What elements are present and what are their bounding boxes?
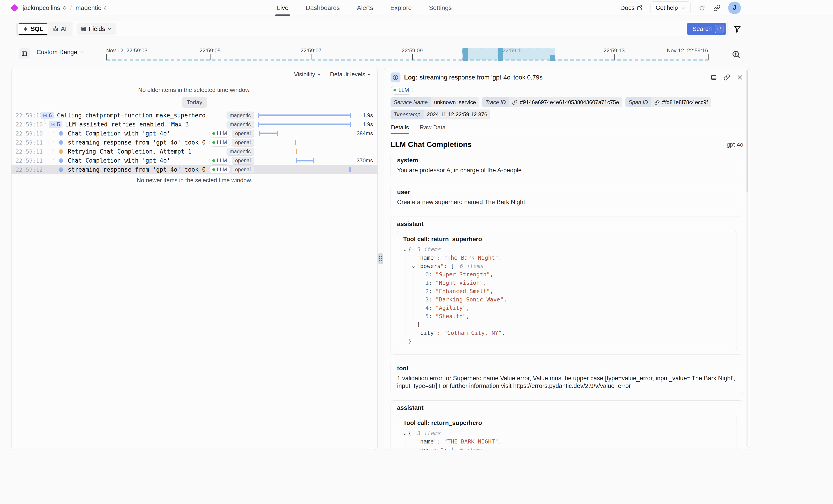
json-tree-row: 5: "Stealth", <box>403 312 731 320</box>
collapse-group-badge[interactable]: 6 <box>41 112 54 119</box>
span-duration-bar <box>258 115 351 116</box>
log-span-track <box>257 139 351 146</box>
collapse-chevron-icon[interactable] <box>403 247 407 254</box>
query-bar: SQL AI Fields Search ↵ <box>16 22 728 36</box>
tab-live[interactable]: Live <box>277 0 288 16</box>
log-row[interactable]: 22:59:12 streaming response from 'gpt-4o… <box>11 165 377 174</box>
detail-tab-details[interactable]: Details <box>390 122 409 134</box>
detail-title-text: streaming response from 'gpt-4o' took 0.… <box>420 74 543 81</box>
service-tag: openai <box>232 129 254 138</box>
timeline-tick-label: Nov 12, 22:59:16 <box>667 47 708 54</box>
llm-tag: LLM <box>209 166 230 174</box>
log-span-track <box>257 148 351 155</box>
message-role: assistant <box>397 221 737 227</box>
chevron-down-icon <box>107 27 112 31</box>
log-row[interactable]: 22:59:10 6 Calling chatprompt-function m… <box>11 111 377 120</box>
close-icon[interactable] <box>737 74 743 81</box>
meta-label: Service Name <box>390 97 431 107</box>
log-span-track <box>257 158 351 164</box>
meta-badge-timestamp[interactable]: Timestamp 2024-11-12 22:59:12.876 <box>390 110 490 119</box>
message-role: user <box>397 189 737 195</box>
span-diamond-icon <box>58 140 64 145</box>
collapse-chevron-icon[interactable] <box>403 431 407 438</box>
log-time: 22:59:11 <box>11 148 41 155</box>
copy-link-icon[interactable] <box>723 74 730 81</box>
scrollbar-thumb[interactable] <box>746 70 748 192</box>
docs-link[interactable]: Docs <box>620 4 643 11</box>
project-switcher[interactable]: magentic <box>75 4 108 11</box>
link-icon <box>512 100 518 105</box>
share-link-icon[interactable] <box>713 4 720 11</box>
log-row[interactable]: 22:59:10 Chat Completion with 'gpt-4o' L… <box>11 129 377 138</box>
tab-settings[interactable]: Settings <box>429 0 452 16</box>
log-message: Calling chatprompt-function make_superhe… <box>57 112 223 119</box>
panel-resize-handle[interactable] <box>378 254 383 264</box>
json-tree: { 3 items"name": "THE BARK NIGHT","power… <box>403 429 731 450</box>
get-help-button[interactable]: Get help <box>650 1 691 14</box>
default-levels-dropdown[interactable]: Default levels <box>330 71 371 78</box>
tool-call-card: Tool call: return_superhero { 3 items"na… <box>397 415 737 450</box>
nav-actions: Docs Get help J <box>620 0 741 16</box>
log-tags: magentic <box>227 148 254 155</box>
message-role: assistant <box>397 405 737 411</box>
log-row[interactable]: 22:59:11 streaming response from 'gpt-4o… <box>11 138 377 147</box>
table-view-icon[interactable] <box>710 74 717 81</box>
tab-dashboards[interactable]: Dashboards <box>306 0 340 16</box>
theme-toggle-sun-icon[interactable] <box>698 4 706 11</box>
message-body: Create a new superhero named The Bark Ni… <box>397 198 737 206</box>
fields-label: Fields <box>89 25 105 32</box>
log-row[interactable]: 22:59:11 Retrying Chat Completion. Attem… <box>11 147 377 156</box>
json-tree-row: 4: "Agility", <box>403 304 731 312</box>
chevron-down-icon <box>681 5 686 10</box>
meta-badge-span-id[interactable]: Span ID #fd81e8f78c4ecc9f <box>625 97 711 107</box>
user-avatar[interactable]: J <box>728 2 741 14</box>
message-role: system <box>397 157 737 164</box>
robot-icon <box>52 26 59 32</box>
llm-tag: LLM <box>209 139 230 147</box>
timeline-histogram[interactable]: Nov 12, 22:59:03 22:59:05 22:59:07 22:59… <box>11 45 750 66</box>
log-rows: 22:59:10 6 Calling chatprompt-function m… <box>11 111 377 174</box>
service-tag: openai <box>232 139 254 147</box>
llm-tag: LLM <box>209 157 230 165</box>
span-diamond-icon <box>58 131 64 136</box>
meta-badge-service-name[interactable]: Service Name unknown_service <box>390 97 479 107</box>
ai-mode-button[interactable]: AI <box>48 24 71 34</box>
service-tag: openai <box>232 157 254 165</box>
collapse-chevron-icon[interactable] <box>411 264 415 270</box>
tab-explore[interactable]: Explore <box>390 0 412 16</box>
asterisk-icon <box>23 26 28 32</box>
log-row[interactable]: 22:59:10 5 LLM-assisted retries enabled.… <box>11 120 377 129</box>
collapse-chevron-icon[interactable] <box>411 448 415 450</box>
detail-tab-raw-data[interactable]: Raw Data <box>419 122 446 134</box>
filter-funnel-icon[interactable] <box>732 23 743 34</box>
meta-badge-trace-id[interactable]: Trace ID #9146a6974e4e6140538043607a71c7… <box>482 97 622 107</box>
detail-title-prefix: Log: <box>404 74 418 81</box>
log-time: 22:59:10 <box>11 130 41 137</box>
timeline-tick <box>614 54 615 59</box>
visibility-dropdown[interactable]: Visibility <box>294 71 321 78</box>
timeline-selection[interactable] <box>462 48 555 59</box>
json-tree-row: 0: "Super Strength", <box>403 270 731 279</box>
detail-actions <box>710 74 743 81</box>
org-switcher[interactable]: jackmpcollins <box>23 4 67 11</box>
json-tree-row: "name": "THE BARK NIGHT", <box>403 437 731 446</box>
tree-connector <box>53 155 57 160</box>
json-tree-row: "name": "The Bark Night", <box>403 254 731 262</box>
primary-tabs: LiveDashboardsAlertsExploreSettings <box>277 0 452 16</box>
tab-alerts[interactable]: Alerts <box>357 0 373 16</box>
no-older-items-text: No older items in the selected time wind… <box>11 87 377 94</box>
log-row[interactable]: 22:59:11 Chat Completion with 'gpt-4o' L… <box>11 156 377 165</box>
json-tree-row: } <box>403 337 731 345</box>
sql-mode-button[interactable]: SQL <box>18 23 48 35</box>
log-time: 22:59:11 <box>11 139 41 146</box>
visibility-label: Visibility <box>294 71 315 78</box>
query-input[interactable] <box>119 22 687 36</box>
zoom-in-icon[interactable] <box>731 49 741 59</box>
json-tree-row: "city": "Gotham City, NY", <box>403 329 731 337</box>
json-tree-row: { 3 items <box>403 429 731 437</box>
fields-button[interactable]: Fields <box>76 23 116 35</box>
event-tick-bar <box>296 149 297 154</box>
search-button[interactable]: Search ↵ <box>687 23 726 35</box>
json-tree-row: 2: "Enhanced Smell", <box>403 287 731 295</box>
collapse-group-badge[interactable]: 5 <box>49 121 62 128</box>
